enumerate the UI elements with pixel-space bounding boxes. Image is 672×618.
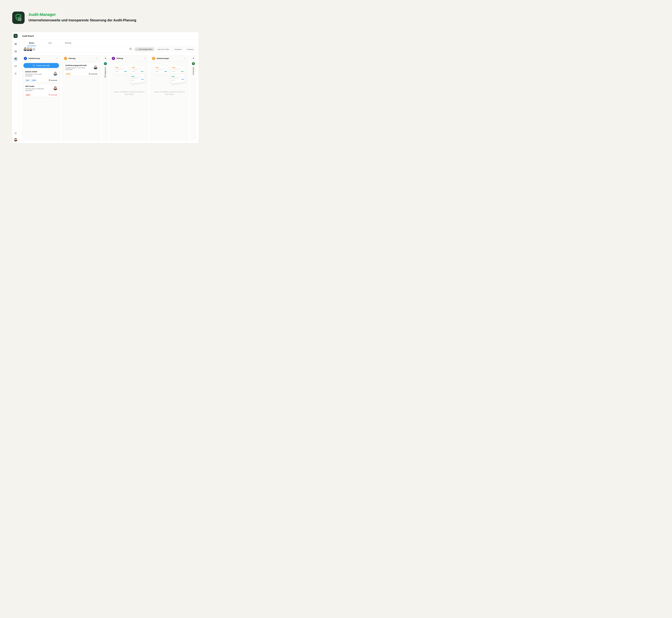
column-title: Abweichungen <box>157 58 169 60</box>
card-title: AMT GmbH <box>25 86 53 87</box>
sidebar-item-archive[interactable] <box>14 49 18 54</box>
user-avatar[interactable] <box>14 138 17 141</box>
card-info: Zertifizierungsgesellschaft Stuttgarters… <box>65 65 93 71</box>
column-body: Ziehen und Ablegen vorhandener Karten in… <box>110 62 148 140</box>
filter-label: Nach Audittyp Filtern <box>139 48 153 50</box>
gear-icon <box>14 72 17 75</box>
calendar-icon <box>89 73 90 75</box>
audit-card-kameon[interactable]: kameon GmbH Gürtelstraße 30, 10247 Berli… <box>23 69 59 83</box>
main-area: Audit Board Board Liste Backlog +2 <box>19 32 199 143</box>
app-logo <box>12 12 25 24</box>
column-menu-button[interactable]: ⋮ <box>95 57 99 60</box>
card-footer: 27001 08.10.2025 <box>64 72 99 76</box>
sidebar-item-comments[interactable] <box>14 64 18 69</box>
ghost-card <box>131 66 145 74</box>
due-date-text: 08.10.2025 <box>91 73 97 75</box>
card-top: kameon GmbH Gürtelstraße 30, 10247 Berli… <box>23 70 59 78</box>
tab-liste[interactable]: Liste <box>45 40 55 46</box>
app-subtitle: Unternehmensweite und transparente Steue… <box>28 18 136 22</box>
column-header: 0 Prüfung ⋮ <box>110 56 148 62</box>
assignee-avatar-group[interactable]: +2 <box>23 47 36 51</box>
due-date: 08.08.2025 <box>49 79 57 81</box>
filter-label: Nach Norm Filtern <box>158 48 170 50</box>
card-info: AMT GmbH Prenzlauer Berg 38, 10405 Berli… <box>25 86 53 92</box>
expand-column-button[interactable] <box>104 57 107 60</box>
sidebar-item-board[interactable] <box>14 57 18 61</box>
sidebar <box>12 32 19 143</box>
ghost-card-empty <box>114 75 128 84</box>
filter-chips: ✓ Nach Audittyp Filtern Nach Norm Filter… <box>135 47 195 51</box>
due-date: 08.10.2025 <box>89 73 97 75</box>
card-footer: 45001 25.05.2025 <box>23 93 59 97</box>
plus-icon: + <box>33 64 35 67</box>
due-date: 25.05.2025 <box>49 94 57 96</box>
column-body: Zertifizierungsgesellschaft Stuttgarters… <box>62 62 100 140</box>
calendar-icon <box>49 79 50 81</box>
card-address: Gürtelstraße 30, 10247 Berlin Deutschlan… <box>25 73 48 77</box>
expand-column-button[interactable] <box>192 57 195 60</box>
column-menu-button[interactable]: ⋮ <box>143 57 147 60</box>
norm-tag: 27001 <box>65 73 71 75</box>
column-count-badge: 0 <box>192 62 195 65</box>
column-header: 4 Initialisierung ⋮ <box>22 56 60 62</box>
assignee-avatar <box>94 66 97 69</box>
column-durchfuehrung-collapsed: 0 Durchführung <box>102 55 108 140</box>
card-title: Zertifizierungsgesellschaft <box>65 65 93 66</box>
check-icon: ✓ <box>136 48 138 50</box>
column-count-badge: 0 <box>104 62 107 65</box>
sidebar-item-settings[interactable] <box>14 72 18 76</box>
assignee-avatar <box>54 87 57 90</box>
audit-card-amt[interactable]: AMT GmbH Prenzlauer Berg 38, 10405 Berli… <box>23 84 59 97</box>
empty-column-hint: Ziehen und Ablegen vorhandener Karten in… <box>112 91 146 96</box>
column-menu-button[interactable]: ⋮ <box>55 57 59 60</box>
shield-check-icon <box>14 34 17 37</box>
tab-backlog[interactable]: Backlog <box>64 40 73 46</box>
column-count-badge: 4 <box>64 57 67 60</box>
arrow-right-icon <box>104 57 107 60</box>
column-menu-button[interactable]: ⋮ <box>183 57 187 60</box>
assignee-avatar <box>54 72 57 76</box>
arrow-right-icon <box>192 57 195 60</box>
ghost-card-empty <box>154 75 168 84</box>
column-count-badge: 4 <box>24 57 27 60</box>
shield-check-icon <box>14 14 22 22</box>
kanban-board: 4 Initialisierung ⋮ + Create new audit k… <box>19 53 199 143</box>
filter-startdatum-button[interactable]: Startdatum <box>173 47 184 51</box>
tab-board[interactable]: Board <box>27 40 36 46</box>
card-top: AMT GmbH Prenzlauer Berg 38, 10405 Berli… <box>23 84 59 93</box>
archive-icon <box>14 50 17 53</box>
column-body: Ziehen und Ablegen vorhandener Karten in… <box>151 62 188 140</box>
kanban-board-icon <box>14 58 17 61</box>
card-info: kameon GmbH Gürtelstraße 30, 10247 Berli… <box>25 71 53 77</box>
notifications-button[interactable] <box>14 131 18 136</box>
card-title: kameon GmbH <box>25 71 53 73</box>
grid-icon <box>14 43 17 46</box>
audit-manager-window: Audit Board Board Liste Backlog +2 <box>12 32 199 143</box>
ghost-card-tilted <box>170 74 185 84</box>
ghost-card <box>154 66 168 74</box>
ghost-card-tilted <box>130 74 145 84</box>
bell-icon <box>14 132 17 135</box>
norm-tag: 27001 <box>31 79 36 82</box>
sidebar-nav <box>14 42 18 76</box>
column-count-badge: 0 <box>112 57 115 60</box>
card-footer: 5001 27001 08.08.2025 <box>23 78 59 83</box>
column-title: Initialisierung <box>28 58 40 60</box>
page-title: Audit Board <box>22 35 34 37</box>
avatar-overflow-badge[interactable]: +2 <box>32 47 36 51</box>
due-date-text: 08.08.2025 <box>51 80 57 81</box>
card-address: Stuttgarterstraße 4 A, 10247 Berlin Deut… <box>65 67 88 71</box>
create-new-audit-button[interactable]: + Create new audit <box>23 63 59 68</box>
filter-label: Enddatum <box>187 48 194 50</box>
sidebar-bottom <box>14 131 18 141</box>
empty-column-hint: Ziehen und Ablegen vorhandener Karten in… <box>153 91 186 96</box>
window-header: Audit Board <box>19 32 199 40</box>
filter-enddatum-button[interactable]: Enddatum <box>185 47 195 51</box>
search-button[interactable] <box>128 47 133 51</box>
filter-norm-button[interactable]: Nach Norm Filtern <box>156 47 171 51</box>
column-body: + Create new audit kameon GmbH Gürtelstr… <box>22 62 60 140</box>
sidebar-item-dashboard[interactable] <box>14 42 18 46</box>
column-title: Durchführung <box>104 67 106 78</box>
filter-audittyp-button[interactable]: ✓ Nach Audittyp Filtern <box>135 47 154 51</box>
audit-card-zertifizierung[interactable]: Zertifizierungsgesellschaft Stuttgarters… <box>64 63 99 76</box>
